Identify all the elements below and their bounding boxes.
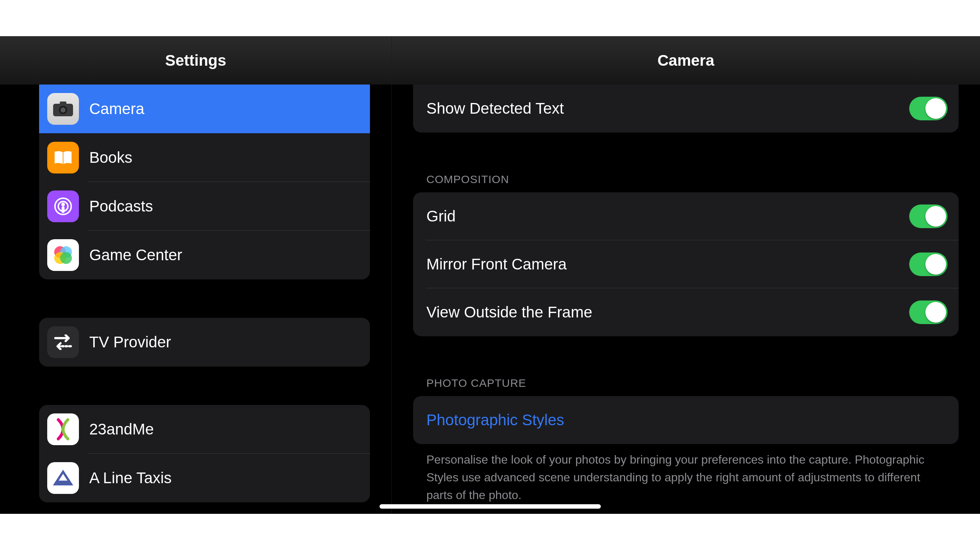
detail-list[interactable]: Show Detected Text COMPOSITION Grid Mirr… [392,84,980,514]
section-header-composition: COMPOSITION [413,173,959,192]
setting-grid[interactable]: Grid [413,192,959,240]
sidebar-item-tvprovider[interactable]: TV Provider [39,318,370,367]
svg-point-3 [60,107,66,113]
sidebar-list[interactable]: Camera Books Podcasts [0,84,391,514]
toggle-switch[interactable] [909,204,948,228]
svg-rect-1 [60,102,67,105]
gamecenter-icon [47,239,79,271]
svg-rect-8 [62,206,65,213]
settings-screen: Settings Camera Books [0,36,980,514]
setting-photographic-styles[interactable]: Photographic Styles [413,396,959,444]
sidebar-item-alinetaxis[interactable]: A Line Taxis [39,454,370,502]
sidebar-item-podcasts[interactable]: Podcasts [39,182,370,231]
sidebar-item-label: A Line Taxis [89,469,172,487]
sidebar-item-camera[interactable]: Camera [39,84,370,133]
detail-pane: Camera Show Detected Text COMPOSITION Gr… [392,36,980,514]
svg-point-12 [60,252,72,264]
setting-mirror-front-camera[interactable]: Mirror Front Camera [413,240,959,288]
svg-rect-13 [57,481,69,483]
sidebar-group: Camera Books Podcasts [39,84,370,279]
alinetaxis-icon [47,462,79,494]
sidebar-item-gamecenter[interactable]: Game Center [39,231,370,279]
letterbox-bottom [0,514,980,550]
setting-show-detected-text[interactable]: Show Detected Text [413,84,959,132]
sidebar-item-23andme[interactable]: 23andMe [39,405,370,454]
sidebar-item-books[interactable]: Books [39,133,370,182]
setting-label: Photographic Styles [426,411,564,429]
detail-group: Photographic Styles [413,396,959,444]
tvprovider-icon [47,326,79,358]
toggle-switch[interactable] [909,300,948,324]
sidebar-group: 23andMe A Line Taxis [39,405,370,502]
setting-view-outside-frame[interactable]: View Outside the Frame [413,288,959,336]
toggle-switch[interactable] [909,252,948,276]
sidebar-item-label: Game Center [89,246,182,264]
setting-label: Mirror Front Camera [426,255,566,273]
detail-group: Show Detected Text [413,84,959,132]
books-icon [47,142,79,174]
detail-group: Grid Mirror Front Camera View Outside th… [413,192,959,336]
sidebar-item-label: Podcasts [89,198,153,215]
section-footer-photo-capture: Personalise the look of your photos by b… [413,444,959,504]
detail-title: Camera [392,36,980,84]
toggle-switch[interactable] [909,97,948,120]
setting-label: Grid [426,207,455,225]
svg-point-7 [61,202,65,206]
sidebar-item-label: Camera [89,100,144,118]
sidebar-item-label: 23andMe [89,421,154,438]
home-indicator[interactable] [380,504,601,509]
setting-label: View Outside the Frame [426,303,592,321]
sidebar-item-label: TV Provider [89,333,171,351]
section-header-photo-capture: PHOTO CAPTURE [413,377,959,396]
camera-icon [47,93,79,125]
sidebar-group: TV Provider [39,318,370,367]
setting-label: Show Detected Text [426,100,564,117]
dna-icon [47,413,79,445]
sidebar-title: Settings [0,36,391,84]
letterbox-top [0,0,980,36]
sidebar: Settings Camera Books [0,36,392,514]
podcasts-icon [47,190,79,222]
sidebar-item-label: Books [89,149,132,166]
